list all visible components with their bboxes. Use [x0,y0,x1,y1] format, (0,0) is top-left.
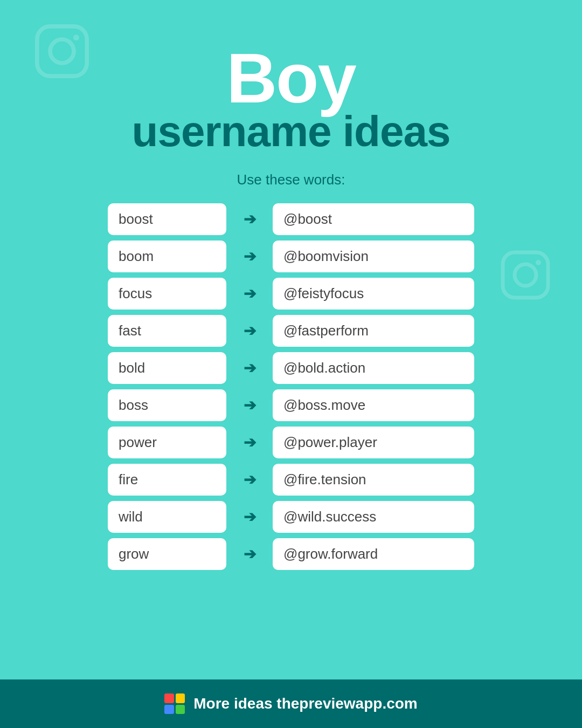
instagram-icon-top-left [32,22,92,81]
username-box-power: @power.player [273,427,474,458]
table-row: grow➔@grow.forward [108,538,474,570]
word-box-power: power [108,427,226,458]
svg-point-2 [73,35,79,40]
arrow-icon: ➔ [236,359,263,377]
username-box-fire: @fire.tension [273,464,474,496]
table-row: bold➔@bold.action [108,352,474,384]
username-box-focus: @feistyfocus [273,278,474,310]
svg-point-4 [515,264,536,286]
table-row: fast➔@fastperform [108,315,474,347]
table-row: boost➔@boost [108,203,474,235]
main-content: Boy username ideas Use these words: boos… [0,0,582,679]
svg-rect-3 [503,252,548,298]
table-row: boom➔@boomvision [108,241,474,272]
instagram-icon-bottom-right [498,248,552,302]
subtitle: Use these words: [237,171,345,188]
table-row: boss➔@boss.move [108,389,474,421]
preview-app-icon [164,693,185,714]
table-row: fire➔@fire.tension [108,464,474,496]
svg-rect-0 [37,26,87,76]
arrow-icon: ➔ [236,545,263,563]
arrow-icon: ➔ [236,322,263,340]
arrow-icon: ➔ [236,248,263,265]
username-table: boost➔@boostboom➔@boomvisionfocus➔@feist… [108,203,474,570]
arrow-icon: ➔ [236,285,263,303]
grid-cell-red [164,693,174,703]
username-box-wild: @wild.success [273,501,474,533]
word-box-boss: boss [108,389,226,421]
word-box-fast: fast [108,315,226,347]
word-box-fire: fire [108,464,226,496]
username-box-boom: @boomvision [273,241,474,272]
username-box-fast: @fastperform [273,315,474,347]
table-row: wild➔@wild.success [108,501,474,533]
footer: More ideas thepreviewapp.com [0,679,582,728]
grid-cell-green [176,705,185,715]
word-box-grow: grow [108,538,226,570]
arrow-icon: ➔ [236,210,263,228]
word-box-wild: wild [108,501,226,533]
username-box-boss: @boss.move [273,389,474,421]
arrow-icon: ➔ [236,396,263,414]
title-username-ideas: username ideas [132,108,451,155]
username-box-grow: @grow.forward [273,538,474,570]
arrow-icon: ➔ [236,471,263,489]
table-row: focus➔@feistyfocus [108,278,474,310]
arrow-icon: ➔ [236,508,263,526]
grid-cell-yellow [176,693,185,703]
word-box-focus: focus [108,278,226,310]
word-box-bold: bold [108,352,226,384]
svg-point-1 [50,39,74,63]
arrow-icon: ➔ [236,434,263,451]
grid-cell-blue [164,705,174,715]
table-row: power➔@power.player [108,427,474,458]
word-box-boom: boom [108,241,226,272]
username-box-bold: @bold.action [273,352,474,384]
word-box-boost: boost [108,203,226,235]
username-box-boost: @boost [273,203,474,235]
footer-text: More ideas thepreviewapp.com [193,695,417,712]
title-boy: Boy [226,43,356,113]
svg-point-5 [536,260,541,265]
